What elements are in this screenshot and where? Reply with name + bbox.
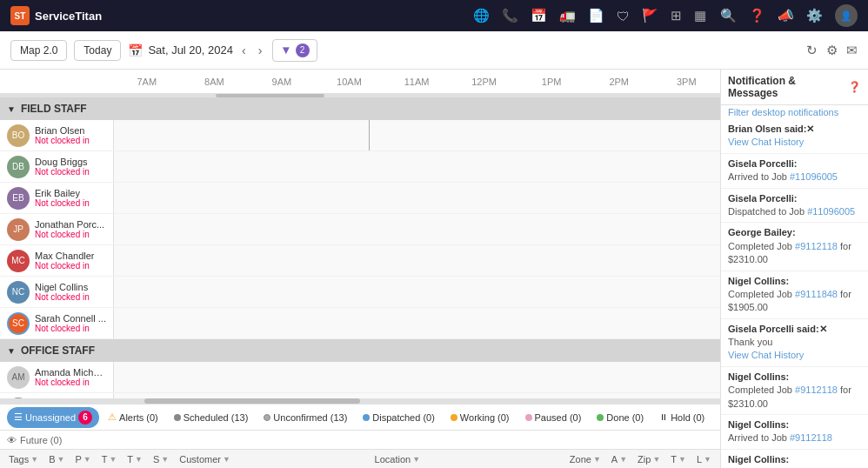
- document-icon[interactable]: 📄: [588, 8, 604, 23]
- next-date-button[interactable]: ›: [255, 42, 266, 59]
- col-t2[interactable]: T ▼: [122, 454, 148, 465]
- col-t1-label: T: [102, 454, 108, 465]
- col-s[interactable]: S ▼: [148, 454, 174, 465]
- staff-schedule-amanda-micha[interactable]: [113, 362, 720, 392]
- job-link-9112118c[interactable]: #9112118: [790, 432, 832, 443]
- time-scrollbar-thumb[interactable]: [216, 94, 324, 97]
- done-dot: [597, 414, 604, 421]
- notif-name-nigel3: Nigel Collins:: [728, 418, 861, 431]
- today-button[interactable]: Today: [74, 40, 121, 61]
- refresh-icon[interactable]: ↻: [806, 43, 818, 58]
- col-b-sort: ▼: [57, 455, 65, 464]
- view-chat-link-gisela[interactable]: View Chat History: [728, 350, 804, 360]
- date-navigation: 📅 Sat, Jul 20, 2024 ‹ ›: [128, 42, 265, 59]
- globe-icon[interactable]: 🌐: [473, 8, 490, 23]
- prev-date-button[interactable]: ‹: [238, 42, 250, 59]
- notifications-list[interactable]: Brian Olsen said:✕ View Chat History Gis…: [721, 119, 868, 468]
- notification-item: Gisela Porcelli: Arrived to Job #1109600…: [721, 154, 868, 189]
- staff-name-sarah-connell[interactable]: Sarah Connell ...: [35, 313, 106, 324]
- app-logo[interactable]: ST ServiceTitan: [10, 6, 102, 25]
- settings-icon[interactable]: ⚙️: [806, 8, 823, 23]
- col-tags[interactable]: Tags ▼: [3, 454, 43, 465]
- staff-schedule-erik-bailey[interactable]: [113, 183, 720, 213]
- tab-unconfirmed[interactable]: Unconfirmed (13): [257, 409, 354, 426]
- settings-toolbar-icon[interactable]: ⚙: [826, 43, 838, 58]
- megaphone-icon[interactable]: 📣: [778, 8, 794, 23]
- help-circle-icon[interactable]: ❓: [848, 81, 861, 93]
- job-link-11096005a[interactable]: #11096005: [790, 171, 838, 182]
- horizontal-scrollbar-thumb[interactable]: [144, 398, 360, 404]
- staff-schedule-jonathan-porc[interactable]: [113, 214, 720, 244]
- flag-icon[interactable]: 🚩: [642, 8, 658, 23]
- user-avatar[interactable]: 👤: [835, 4, 858, 27]
- unassigned-badge: 6: [78, 411, 92, 425]
- tab-canceled[interactable]: 🗑 Canceled (0): [713, 409, 720, 426]
- col-b[interactable]: B ▼: [43, 454, 70, 465]
- staff-name-doug-briggs[interactable]: Doug Briggs: [35, 157, 90, 167]
- tab-unassigned[interactable]: ☰ Unassigned 6: [7, 407, 99, 428]
- shield-icon[interactable]: 🛡: [617, 9, 630, 23]
- col-location[interactable]: Location ▼: [370, 454, 564, 465]
- col-p[interactable]: P ▼: [70, 454, 96, 465]
- notif-name-nigel4: Nigel Collins:: [728, 453, 861, 466]
- filter-notifications-link[interactable]: Filter desktop notifications: [721, 105, 868, 119]
- col-customer-label: Customer: [179, 454, 221, 465]
- horizontal-scrollbar[interactable]: [0, 398, 720, 404]
- staff-scroll[interactable]: ▼ FIELD STAFF BO Brian Olsen Not clocked…: [0, 97, 720, 398]
- staff-schedule-nigel-collins[interactable]: [113, 277, 720, 307]
- staff-schedule-brian-olsen[interactable]: [113, 120, 720, 150]
- col-t2-sort: ▼: [135, 455, 143, 464]
- filter-button[interactable]: ▼ 2: [272, 39, 317, 62]
- table-row: JP Jonathan Porc... Not clocked in: [0, 214, 720, 245]
- calendar-date-icon[interactable]: 📅: [128, 43, 143, 57]
- staff-status-jonathan-porc: Not clocked in: [35, 230, 104, 239]
- staff-name-brian-olsen[interactable]: Brian Olsen: [35, 125, 90, 136]
- tab-working[interactable]: Working (0): [444, 409, 517, 426]
- col-a[interactable]: A ▼: [606, 454, 632, 465]
- staff-name-jonathan-porc[interactable]: Jonathan Porc...: [35, 219, 104, 230]
- tab-alerts[interactable]: ⚠ Alerts (0): [101, 408, 165, 426]
- top-nav: ST ServiceTitan 🌐 📞 📅 🚛 📄 🛡 🚩 ⊞ ▦ 🔍 ❓ 📣 …: [0, 0, 868, 31]
- staff-schedule-doug-briggs[interactable]: [113, 151, 720, 182]
- staff-name-max-chandler[interactable]: Max Chandler: [35, 251, 94, 261]
- job-link-9111848[interactable]: #9111848: [795, 289, 838, 299]
- mail-icon[interactable]: ✉: [846, 43, 858, 58]
- tab-dispatched[interactable]: Dispatched (0): [356, 409, 442, 426]
- col-t1[interactable]: T ▼: [97, 454, 123, 465]
- col-l[interactable]: L ▼: [691, 454, 717, 465]
- tab-paused[interactable]: Paused (0): [518, 409, 589, 426]
- search-icon[interactable]: 🔍: [720, 8, 737, 23]
- col-zone[interactable]: Zone ▼: [564, 454, 606, 465]
- truck-icon[interactable]: 🚛: [559, 8, 576, 23]
- col-customer[interactable]: Customer ▼: [174, 454, 369, 465]
- job-link-9112118a[interactable]: #9112118: [795, 241, 838, 251]
- help-icon[interactable]: ❓: [749, 8, 765, 23]
- job-link-9112118b[interactable]: #9112118: [795, 384, 838, 395]
- tab-scheduled[interactable]: Scheduled (13): [167, 409, 256, 426]
- phone-icon[interactable]: 📞: [502, 8, 518, 23]
- staff-schedule-max-chandler[interactable]: [113, 245, 720, 276]
- calendar-icon[interactable]: 📅: [531, 8, 547, 23]
- notification-item: Nigel Collins: Arrived to Job #9112118: [721, 450, 868, 468]
- notification-item: Nigel Collins: Completed Job #9111848 fo…: [721, 271, 868, 319]
- field-staff-header[interactable]: ▼ FIELD STAFF: [0, 97, 720, 120]
- map-button[interactable]: Map 2.0: [10, 40, 67, 61]
- col-zip[interactable]: Zip ▼: [632, 454, 665, 465]
- tab-future[interactable]: 👁 Future (0): [7, 435, 62, 445]
- tab-done[interactable]: Done (0): [590, 409, 651, 426]
- grid-icon[interactable]: ⊞: [671, 8, 682, 23]
- col-t3[interactable]: T ▼: [665, 454, 691, 465]
- tab-hold[interactable]: ⏸ Hold (0): [652, 409, 711, 426]
- barcode-icon[interactable]: ▦: [694, 8, 706, 23]
- staff-name-nigel-collins[interactable]: Nigel Collins: [35, 282, 90, 292]
- time-scrollbar[interactable]: [0, 94, 720, 97]
- notif-name-gisela2: Gisela Porcelli:: [728, 192, 861, 205]
- toolbar-right-icons: ↻ ⚙ ✉: [806, 43, 858, 58]
- office-staff-header[interactable]: ▼ OFFICE STAFF: [0, 339, 720, 362]
- staff-schedule-sarah-connell[interactable]: [113, 308, 720, 338]
- staff-name-erik-bailey[interactable]: Erik Bailey: [35, 188, 90, 198]
- field-staff-label: FIELD STAFF: [21, 103, 87, 115]
- view-chat-link-brian[interactable]: View Chat History: [728, 137, 804, 147]
- staff-name-amanda-micha[interactable]: Amanda Micha...: [35, 367, 106, 378]
- job-link-11096005b[interactable]: #11096005: [807, 206, 855, 217]
